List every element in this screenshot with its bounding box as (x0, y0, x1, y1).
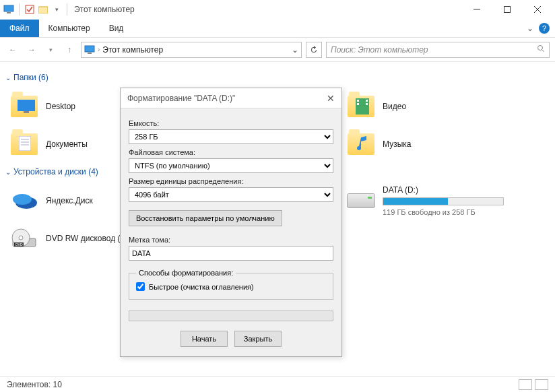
close-button[interactable]: Закрыть (234, 331, 282, 347)
address-bar[interactable]: › Этот компьютер ⌄ (81, 42, 302, 58)
svg-rect-3 (38, 7, 48, 13)
svg-rect-17 (366, 100, 368, 102)
search-icon[interactable] (537, 44, 545, 55)
svg-point-10 (538, 46, 543, 51)
ribbon-expand-icon[interactable]: ⌄ (527, 24, 533, 33)
folder-video[interactable]: Видео (342, 88, 511, 125)
svg-line-11 (542, 50, 544, 52)
close-button[interactable] (522, 0, 552, 19)
capacity-label: Емкость: (129, 119, 333, 127)
back-button[interactable]: ← (5, 42, 20, 57)
ribbon: Файл Компьютер Вид ⌄ ? (0, 19, 555, 38)
folder-music[interactable]: Музыка (342, 125, 511, 163)
device-data-drive[interactable]: DATA (D:) 119 ГБ свободно из 258 ГБ (342, 182, 511, 220)
svg-rect-16 (357, 103, 359, 105)
properties-icon[interactable] (24, 3, 36, 15)
svg-rect-12 (18, 100, 35, 111)
volume-label: Метка тома: (129, 236, 333, 244)
yandex-disk-icon (9, 186, 39, 216)
svg-rect-19 (19, 136, 31, 151)
filesystem-label: Файловая система: (129, 148, 333, 156)
drive-icon (346, 186, 376, 216)
search-box[interactable]: Поиск: Этот компьютер (326, 42, 550, 58)
qat-new-folder-icon[interactable] (37, 3, 49, 15)
search-placeholder: Поиск: Этот компьютер (331, 45, 428, 55)
allocation-label: Размер единицы распределения: (129, 177, 333, 185)
svg-rect-1 (7, 12, 11, 13)
svg-point-24 (13, 194, 32, 205)
address-dropdown-icon[interactable]: ⌄ (292, 45, 298, 55)
chevron-down-icon: ⌄ (5, 74, 11, 81)
format-methods-legend: Способы форматирования: (136, 269, 236, 277)
navbar: ← → ▾ ↑ › Этот компьютер ⌄ Поиск: Этот к… (0, 38, 555, 62)
statusbar: Элементов: 10 (0, 376, 555, 392)
close-icon[interactable]: ✕ (327, 93, 335, 104)
recent-dropdown[interactable]: ▾ (43, 42, 58, 57)
forward-button[interactable]: → (24, 42, 39, 57)
folder-icon (348, 96, 374, 117)
tab-file[interactable]: Файл (0, 20, 39, 37)
format-progress-bar (129, 311, 333, 321)
folder-icon (11, 96, 38, 117)
folder-icon (11, 133, 38, 155)
volume-input[interactable] (129, 246, 333, 261)
refresh-button[interactable] (306, 42, 322, 58)
minimize-button[interactable] (461, 0, 492, 19)
help-icon[interactable]: ? (539, 23, 550, 34)
dialog-titlebar[interactable]: Форматирование "DATA (D:)" ✕ (121, 88, 341, 108)
view-details-button[interactable] (519, 379, 532, 390)
quick-format-checkbox[interactable]: Быстрое (очистка оглавления) (136, 282, 326, 291)
tab-view[interactable]: Вид (100, 20, 133, 37)
tab-computer[interactable]: Компьютер (39, 20, 100, 37)
allocation-select[interactable]: 4096 байт (129, 187, 333, 202)
svg-point-27 (19, 236, 23, 240)
filesystem-select[interactable]: NTFS (по умолчанию) (129, 158, 333, 173)
restore-defaults-button[interactable]: Восстановить параметры по умолчанию (129, 210, 282, 226)
dvd-icon: DVD (9, 224, 39, 253)
app-icon (3, 3, 15, 15)
svg-rect-0 (4, 5, 13, 11)
titlebar: ▾ Этот компьютер (0, 0, 555, 19)
svg-text:DVD: DVD (15, 242, 23, 247)
view-icons-button[interactable] (535, 379, 548, 390)
quick-format-input[interactable] (136, 282, 145, 291)
format-methods-group: Способы форматирования: Быстрое (очистка… (129, 269, 333, 300)
qat-dropdown-icon[interactable]: ▾ (51, 3, 63, 15)
group-folders-header[interactable]: ⌄ Папки (6) (5, 73, 550, 82)
svg-rect-5 (504, 7, 510, 13)
svg-rect-13 (24, 111, 29, 113)
format-dialog: Форматирование "DATA (D:)" ✕ Емкость: 25… (120, 88, 342, 357)
up-button[interactable]: ↑ (62, 42, 77, 57)
svg-rect-8 (85, 46, 94, 52)
breadcrumb-sep: › (98, 46, 100, 53)
svg-rect-15 (357, 100, 359, 102)
svg-rect-9 (88, 53, 92, 54)
start-button[interactable]: Начать (181, 331, 228, 347)
pc-icon (84, 45, 95, 55)
folder-icon (348, 133, 374, 155)
maximize-button[interactable] (492, 0, 522, 19)
svg-rect-2 (26, 5, 34, 13)
drive-usage-bar (383, 197, 504, 205)
svg-rect-18 (366, 103, 368, 105)
chevron-down-icon: ⌄ (5, 168, 11, 176)
window-title: Этот компьютер (74, 5, 135, 14)
status-elements: Элементов: 10 (7, 380, 62, 389)
breadcrumb[interactable]: Этот компьютер (102, 45, 163, 55)
quick-access-toolbar: ▾ (3, 3, 70, 15)
capacity-select[interactable]: 258 ГБ (129, 129, 333, 144)
dialog-title: Форматирование "DATA (D:)" (127, 94, 235, 103)
